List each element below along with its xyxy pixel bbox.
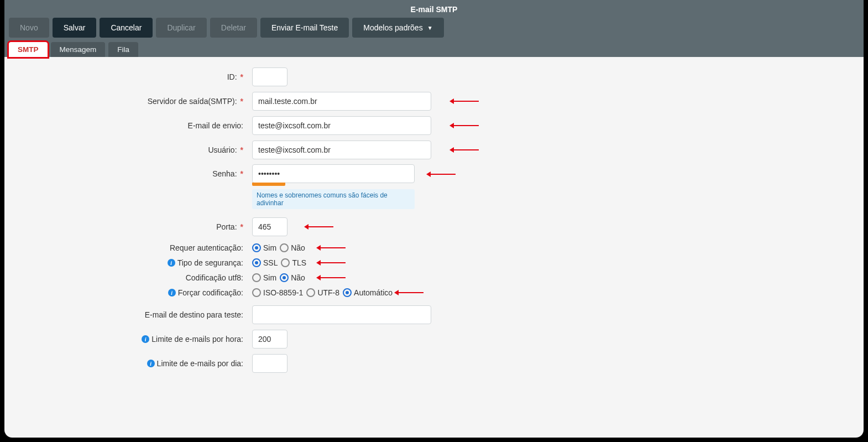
cod-utf8-sim-radio[interactable]: Sim — [252, 273, 276, 282]
tipo-seg-ssl-radio[interactable]: SSL — [252, 258, 278, 267]
cod-utf8-nao-radio[interactable]: Não — [280, 273, 305, 282]
label-lim-dia: Limite de e-mails por dia: — [157, 359, 243, 368]
info-icon: i — [168, 259, 175, 267]
modelos-dropdown[interactable]: Modelos padrões ▼ — [352, 18, 443, 38]
radio-label: Sim — [263, 273, 276, 282]
radio-label: UTF-8 — [317, 288, 339, 297]
novo-button: Novo — [9, 18, 49, 38]
radio-label: Automático — [354, 288, 393, 297]
required-icon: * — [240, 169, 243, 178]
radio-label: Não — [291, 273, 305, 282]
arrow-icon — [318, 262, 346, 263]
header: E-mail SMTP Novo Salvar Cancelar Duplica… — [4, 0, 864, 57]
info-icon: i — [142, 335, 149, 343]
label-lim-hora: Limite de e-mails por hora: — [151, 335, 243, 344]
required-icon: * — [240, 145, 243, 154]
porta-field[interactable] — [252, 217, 287, 236]
radio-label: SSL — [263, 258, 278, 267]
label-cod-utf8: Codificação utf8: — [186, 273, 243, 282]
modelos-label: Modelos padrões — [363, 23, 422, 32]
label-porta: Porta: — [216, 222, 237, 231]
arrow-icon — [306, 226, 333, 227]
radio-label: ISO-8859-1 — [263, 288, 303, 297]
password-strength-bar — [252, 183, 285, 186]
radio-label: Não — [291, 243, 305, 252]
lim-hora-field[interactable] — [252, 330, 287, 349]
label-senha: Senha: — [212, 169, 237, 178]
title-bar: E-mail SMTP — [4, 0, 864, 19]
label-tipo-seg: Tipo de segurança: — [177, 258, 243, 267]
password-hint: Nomes e sobrenomes comuns são fáceis de … — [252, 189, 415, 209]
lim-dia-field[interactable] — [252, 354, 287, 373]
arrow-icon — [318, 277, 346, 278]
tab-fila[interactable]: Fila — [108, 42, 138, 57]
required-icon: * — [240, 72, 243, 81]
form-area: ID:* Servidor de saída(SMTP):* E-mail de… — [4, 57, 864, 373]
salvar-button[interactable]: Salvar — [53, 18, 97, 38]
tab-smtp[interactable]: SMTP — [9, 42, 48, 57]
arrow-icon — [451, 101, 479, 102]
radio-label: TLS — [292, 258, 306, 267]
cancelar-button[interactable]: Cancelar — [100, 18, 153, 38]
forcar-cod-iso-radio[interactable]: ISO-8859-1 — [252, 288, 303, 297]
id-field — [252, 67, 287, 86]
arrow-icon — [451, 125, 479, 126]
arrow-icon — [451, 149, 479, 150]
window-title: E-mail SMTP — [411, 5, 458, 14]
info-icon: i — [168, 289, 176, 297]
tipo-seg-tls-radio[interactable]: TLS — [281, 258, 306, 267]
toolbar: Novo Salvar Cancelar Duplicar Deletar En… — [4, 19, 864, 40]
info-icon: i — [147, 360, 155, 367]
forcar-cod-auto-radio[interactable]: Automático — [343, 288, 393, 297]
label-email-envio: E-mail de envio: — [188, 121, 243, 130]
radio-label: Sim — [263, 243, 276, 252]
usuario-field[interactable] — [252, 141, 431, 159]
chevron-down-icon: ▼ — [427, 25, 433, 31]
enviar-teste-button[interactable]: Enviar E-mail Teste — [260, 18, 349, 38]
arrow-icon — [428, 174, 456, 175]
label-usuario: Usuário: — [208, 145, 237, 154]
label-id: ID: — [227, 72, 237, 81]
label-email-destino: E-mail de destino para teste: — [145, 310, 243, 319]
tabs: SMTP Mensagem Fila — [4, 40, 864, 57]
required-icon: * — [240, 222, 243, 231]
forcar-cod-utf8-radio[interactable]: UTF-8 — [306, 288, 339, 297]
requer-aut-sim-radio[interactable]: Sim — [252, 243, 276, 252]
arrow-icon — [318, 247, 346, 248]
label-requer-aut: Requer autenticação: — [170, 243, 243, 252]
label-servidor: Servidor de saída(SMTP): — [148, 97, 237, 106]
senha-field[interactable] — [252, 164, 415, 183]
required-icon: * — [240, 97, 243, 106]
email-envio-field[interactable] — [252, 116, 431, 135]
email-destino-field[interactable] — [252, 305, 431, 324]
requer-aut-nao-radio[interactable]: Não — [280, 243, 305, 252]
tab-mensagem[interactable]: Mensagem — [51, 42, 106, 57]
servidor-field[interactable] — [252, 92, 431, 111]
label-forcar-cod: Forçar codificação: — [178, 288, 243, 297]
duplicar-button: Duplicar — [156, 18, 206, 38]
app-window: E-mail SMTP Novo Salvar Cancelar Duplica… — [4, 0, 864, 438]
arrow-icon — [396, 292, 423, 293]
deletar-button: Deletar — [210, 18, 257, 38]
